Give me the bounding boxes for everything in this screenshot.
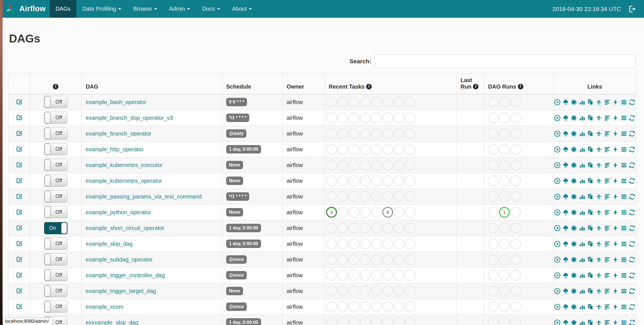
task-state-circle[interactable]	[360, 301, 371, 312]
gantt-chart-icon[interactable]	[595, 240, 602, 248]
task-state-circle[interactable]	[326, 112, 337, 123]
tree-view-icon[interactable]	[562, 146, 569, 153]
gantt-chart-icon[interactable]	[595, 161, 602, 169]
dag-run-state-circle[interactable]	[510, 160, 521, 170]
code-view-icon[interactable]	[620, 303, 627, 311]
tree-view-icon[interactable]	[562, 114, 569, 122]
graph-view-icon[interactable]	[570, 146, 577, 153]
task-duration-icon[interactable]	[579, 193, 586, 200]
gantt-chart-icon[interactable]	[595, 177, 602, 185]
schedule-badge[interactable]: */1 * * * *	[226, 192, 249, 201]
task-state-circle[interactable]	[394, 112, 404, 123]
dag-run-state-circle[interactable]	[510, 270, 521, 281]
task-state-circle[interactable]	[394, 254, 404, 265]
graph-view-icon[interactable]	[570, 161, 577, 169]
dag-run-state-circle[interactable]	[510, 207, 521, 218]
details-icon[interactable]	[604, 303, 611, 311]
dag-run-state-circle[interactable]	[499, 191, 510, 202]
dag-run-state-circle[interactable]	[499, 254, 510, 265]
task-state-circle[interactable]	[394, 191, 404, 202]
task-duration-icon[interactable]	[579, 224, 586, 232]
edit-dag-icon[interactable]	[15, 287, 23, 294]
dag-pause-toggle[interactable]: Off	[44, 238, 67, 250]
task-state-circle[interactable]	[360, 97, 371, 107]
dag-run-state-circle[interactable]	[488, 207, 498, 218]
gantt-chart-icon[interactable]	[595, 303, 602, 311]
task-state-circle[interactable]	[382, 191, 393, 202]
details-icon[interactable]	[604, 224, 611, 232]
task-state-circle[interactable]	[349, 144, 359, 155]
task-state-circle[interactable]	[337, 97, 348, 107]
task-state-circle[interactable]	[349, 97, 359, 107]
logs-icon[interactable]	[612, 146, 619, 153]
landing-times-icon[interactable]	[587, 193, 594, 200]
tree-view-icon[interactable]	[562, 209, 569, 216]
task-state-circle[interactable]	[337, 160, 348, 170]
code-view-icon[interactable]	[620, 130, 627, 137]
schedule-badge[interactable]: @daily	[226, 129, 246, 138]
details-icon[interactable]	[604, 240, 611, 248]
task-state-circle[interactable]	[337, 270, 348, 281]
schedule-badge[interactable]: @once	[226, 271, 247, 279]
schedule-badge[interactable]: */1 * * * *	[226, 114, 249, 122]
code-view-icon[interactable]	[620, 287, 627, 295]
dag-run-state-circle[interactable]	[510, 301, 521, 312]
dag-run-state-circle[interactable]	[510, 112, 521, 123]
graph-view-icon[interactable]	[570, 98, 577, 106]
code-view-icon[interactable]	[620, 240, 627, 248]
dag-run-state-circle[interactable]	[488, 286, 498, 296]
edit-dag-icon[interactable]	[15, 161, 23, 168]
task-duration-icon[interactable]	[579, 114, 586, 122]
logs-icon[interactable]	[612, 319, 619, 325]
info-icon[interactable]	[518, 84, 523, 89]
dag-run-state-circle[interactable]	[499, 97, 510, 107]
refresh-icon[interactable]	[629, 256, 636, 263]
trigger-dag-icon[interactable]	[554, 272, 561, 279]
task-state-circle[interactable]	[382, 175, 393, 186]
refresh-icon[interactable]	[629, 240, 636, 248]
task-state-circle[interactable]	[326, 97, 337, 107]
schedule-badge[interactable]: 1 day, 0:00:00	[226, 240, 261, 248]
schedule-badge[interactable]: 0 0 * * *	[226, 98, 247, 106]
dag-run-state-circle[interactable]	[510, 317, 521, 325]
task-state-circle[interactable]	[337, 254, 348, 265]
task-state-circle[interactable]	[394, 286, 404, 296]
tree-view-icon[interactable]	[562, 224, 569, 232]
edit-dag-icon[interactable]	[15, 271, 23, 279]
graph-view-icon[interactable]	[570, 256, 577, 263]
dag-run-state-circle[interactable]	[488, 112, 498, 123]
dag-pause-toggle[interactable]: Off	[44, 143, 67, 155]
graph-view-icon[interactable]	[570, 303, 577, 311]
task-state-circle[interactable]	[405, 207, 416, 218]
task-duration-icon[interactable]	[579, 177, 586, 185]
task-state-circle[interactable]	[360, 144, 371, 155]
task-state-circle[interactable]	[360, 223, 371, 233]
task-state-circle[interactable]	[382, 238, 393, 249]
trigger-dag-icon[interactable]	[554, 240, 561, 248]
task-state-circle[interactable]	[349, 317, 359, 325]
tree-view-icon[interactable]	[562, 177, 569, 185]
dag-run-state-circle[interactable]	[499, 160, 510, 170]
schedule-badge[interactable]: 1 day, 0:00:00	[226, 318, 261, 325]
task-state-circle[interactable]	[349, 207, 359, 218]
dag-pause-toggle[interactable]: Off	[44, 112, 67, 124]
task-state-circle[interactable]	[382, 97, 393, 107]
trigger-dag-icon[interactable]	[554, 256, 561, 263]
nav-item-browse[interactable]: Browse	[127, 0, 163, 18]
task-state-circle[interactable]	[337, 144, 348, 155]
gantt-chart-icon[interactable]	[595, 287, 602, 295]
nav-item-about[interactable]: About	[226, 0, 258, 18]
dag-run-state-circle[interactable]	[488, 301, 498, 312]
task-state-circle[interactable]	[349, 254, 359, 265]
details-icon[interactable]	[604, 256, 611, 263]
dag-run-state-circle[interactable]	[488, 175, 498, 186]
task-state-circle[interactable]	[394, 97, 404, 107]
gantt-chart-icon[interactable]	[595, 130, 602, 137]
trigger-dag-icon[interactable]	[554, 161, 561, 169]
task-state-circle[interactable]	[371, 317, 382, 325]
details-icon[interactable]	[604, 177, 611, 185]
dag-run-state-circle[interactable]	[488, 238, 498, 249]
task-state-circle[interactable]	[405, 223, 416, 233]
task-state-circle[interactable]	[382, 286, 393, 296]
tree-view-icon[interactable]	[562, 130, 569, 137]
